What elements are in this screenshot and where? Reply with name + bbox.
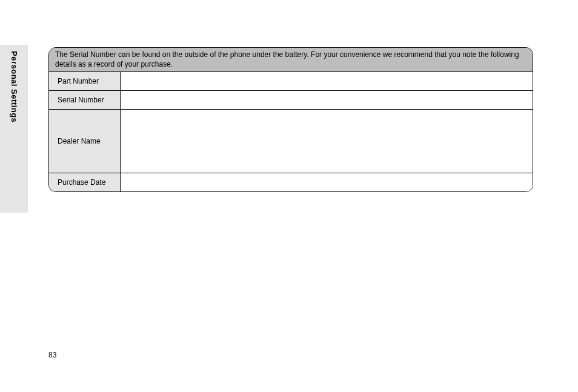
value-dealer-name — [121, 110, 533, 173]
side-tab-label: Personal Settings — [10, 51, 19, 122]
record-box: The Serial Number can be found on the ou… — [48, 47, 533, 192]
side-tab: Personal Settings — [0, 45, 28, 213]
label-serial-number: Serial Number — [49, 91, 121, 109]
value-part-number — [121, 72, 533, 90]
record-header-text: The Serial Number can be found on the ou… — [49, 48, 533, 72]
row-part-number: Part Number — [49, 72, 533, 91]
row-dealer-name: Dealer Name — [49, 110, 533, 173]
row-serial-number: Serial Number — [49, 91, 533, 110]
value-serial-number — [121, 91, 533, 109]
value-purchase-date — [121, 173, 533, 191]
label-dealer-name: Dealer Name — [49, 110, 121, 173]
label-part-number: Part Number — [49, 72, 121, 90]
page-number: 83 — [48, 351, 56, 359]
row-purchase-date: Purchase Date — [49, 173, 533, 191]
label-purchase-date: Purchase Date — [49, 173, 121, 191]
